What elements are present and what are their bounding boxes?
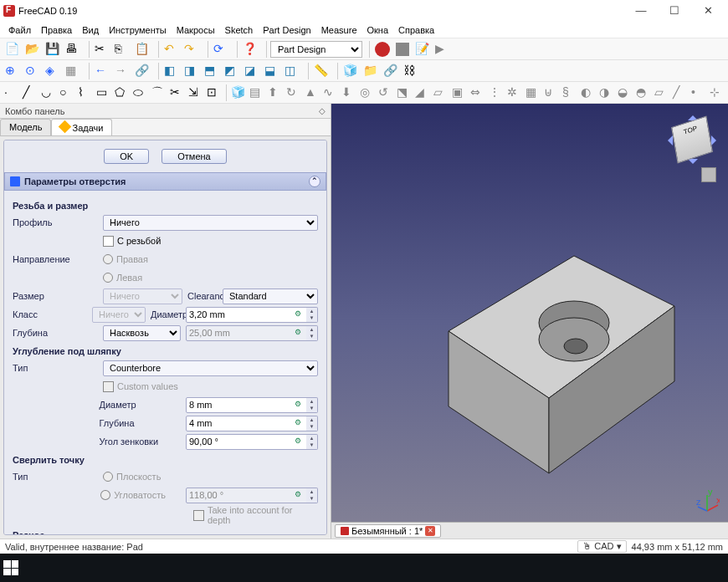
tab-tasks[interactable]: Задачи (51, 119, 112, 135)
pd-pocket-icon[interactable]: ⬇ (341, 84, 357, 102)
stop-macro-icon[interactable] (393, 40, 412, 59)
menu-view[interactable]: Вид (77, 25, 104, 35)
minimize-button[interactable]: — (624, 1, 658, 21)
maximize-button[interactable]: ☐ (658, 1, 691, 21)
pd-linear-icon[interactable]: ⋮ (488, 84, 505, 102)
fit-selection-icon[interactable]: ⊙ (23, 62, 42, 80)
navcube-right-icon[interactable] (711, 135, 721, 146)
cb-diam-spin[interactable]: ⚙▲▼ (186, 397, 318, 413)
run-macro-icon[interactable]: ▶ (433, 40, 452, 59)
3d-view[interactable]: TOP 1.3 ms / 8.2 fps x y (331, 104, 728, 539)
redo-icon[interactable]: ↷ (182, 40, 201, 59)
pd-polar-icon[interactable]: ✲ (506, 84, 523, 102)
construction-icon[interactable]: ⊡ (206, 84, 223, 102)
measure-icon[interactable]: 📏 (312, 62, 331, 80)
circle-icon[interactable]: ○ (59, 84, 75, 102)
pd-point-icon[interactable]: • (690, 84, 707, 102)
collapse-icon[interactable]: ⌃ (309, 176, 320, 187)
menu-file[interactable]: Файл (3, 25, 36, 35)
rear-view-icon[interactable]: ◪ (243, 62, 261, 80)
new-icon[interactable]: 📄 (3, 40, 22, 59)
polyline-icon[interactable]: ⌇ (77, 84, 94, 102)
section-header[interactable]: Параметры отверстия ⌃ (4, 172, 326, 191)
pd-line-icon[interactable]: ╱ (672, 84, 689, 102)
menu-windows[interactable]: Окна (362, 25, 394, 35)
menu-tools[interactable]: Инструменты (104, 25, 172, 35)
front-view-icon[interactable]: ◨ (182, 62, 201, 80)
pd-chamfer-icon[interactable]: ◢ (414, 84, 431, 102)
link-add-icon[interactable]: 🔗 (382, 62, 400, 80)
draw-style-icon[interactable]: ◈ (44, 62, 62, 80)
navcube-face[interactable]: TOP (671, 115, 713, 163)
part-icon[interactable]: 🧊 (341, 62, 360, 80)
paste-icon[interactable]: 📋 (133, 40, 151, 59)
clearance-select[interactable]: Standard (223, 288, 318, 304)
diameter-spin[interactable]: ⚙▲▼ (186, 307, 318, 323)
pd-bool-icon[interactable]: ⊎ (543, 84, 560, 102)
refresh-icon[interactable]: ⟳ (212, 40, 230, 59)
rect-icon[interactable]: ▭ (95, 84, 112, 102)
whatsthis-icon[interactable]: ❓ (241, 40, 259, 59)
pd-body-icon[interactable]: 🧊 (230, 84, 247, 102)
windows-start-icon[interactable] (3, 560, 18, 575)
point-icon[interactable]: · (3, 84, 20, 102)
doc-tab-1[interactable]: Безымянный : 1* ✕ (335, 524, 441, 538)
cut-icon[interactable]: ✂ (93, 40, 111, 59)
pd-sub3-icon[interactable]: ◒ (617, 84, 633, 102)
save-icon[interactable]: 💾 (44, 40, 62, 59)
pd-mirror-icon[interactable]: ⇔ (469, 84, 486, 102)
pd-fillet-icon[interactable]: ⬔ (396, 84, 413, 102)
doc-close-icon[interactable]: ✕ (425, 526, 435, 536)
trim-icon[interactable]: ✂ (169, 84, 186, 102)
bottom-view-icon[interactable]: ⬓ (263, 62, 281, 80)
depth-type-select[interactable]: Насквозь (103, 325, 181, 341)
top-view-icon[interactable]: ⬒ (203, 62, 221, 80)
thread-checkbox[interactable] (103, 236, 114, 247)
slot-icon[interactable]: ⬭ (132, 84, 149, 102)
fit-all-icon[interactable]: ⊕ (3, 62, 22, 80)
nav-fwd-icon[interactable]: → (113, 62, 131, 80)
pd-cs-icon[interactable]: ⊹ (709, 84, 725, 102)
left-view-icon[interactable]: ◫ (283, 62, 301, 80)
menu-edit[interactable]: Правка (36, 25, 77, 35)
pd-helix-icon[interactable]: § (561, 84, 578, 102)
iso-view-icon[interactable]: ◧ (162, 62, 181, 80)
external-icon[interactable]: ⇲ (187, 84, 204, 102)
open-icon[interactable]: 📂 (23, 40, 42, 59)
copy-icon[interactable]: ⎘ (113, 40, 131, 59)
nav-back-icon[interactable]: ← (93, 62, 111, 80)
menu-sketch[interactable]: Sketch (220, 25, 259, 35)
pd-rev-icon[interactable]: ↻ (285, 84, 302, 102)
pd-plane-icon[interactable]: ▱ (654, 84, 670, 102)
tab-model[interactable]: Модель (0, 119, 51, 135)
right-view-icon[interactable]: ◩ (223, 62, 241, 80)
workbench-select[interactable]: Part Design (270, 41, 362, 58)
pd-pad-icon[interactable]: ⬆ (267, 84, 284, 102)
print-icon[interactable]: 🖶 (64, 40, 82, 59)
pd-sub2-icon[interactable]: ◑ (598, 84, 615, 102)
cancel-button[interactable]: Отмена (161, 149, 226, 164)
menu-help[interactable]: Справка (393, 25, 439, 35)
arc-icon[interactable]: ◡ (40, 84, 57, 102)
pd-sweep-icon[interactable]: ∿ (322, 84, 339, 102)
close-button[interactable]: ✕ (691, 1, 725, 21)
pd-groove-icon[interactable]: ↺ (377, 84, 394, 102)
record-macro-icon[interactable] (373, 40, 392, 59)
pd-multi-icon[interactable]: ▦ (525, 84, 541, 102)
pd-sketch-icon[interactable]: ▤ (249, 84, 265, 102)
menu-measure[interactable]: Measure (316, 25, 362, 35)
pd-sub4-icon[interactable]: ◓ (635, 84, 652, 102)
fillet-icon[interactable]: ⌒ (151, 84, 167, 102)
pd-thick-icon[interactable]: ▣ (451, 84, 468, 102)
ok-button[interactable]: OK (104, 149, 149, 164)
navcube-left-icon[interactable] (663, 135, 673, 146)
cb-depth-spin[interactable]: ⚙▲▼ (186, 416, 318, 431)
nav-cube[interactable]: TOP (663, 110, 721, 169)
bounding-box-icon[interactable]: ▦ (64, 62, 82, 80)
navcube-mini-icon[interactable] (701, 167, 716, 182)
undo-icon[interactable]: ↶ (162, 40, 181, 59)
cs-angle-spin[interactable]: ⚙▲▼ (186, 434, 318, 450)
line-icon[interactable]: ╱ (22, 84, 38, 102)
profile-select[interactable]: Ничего (103, 215, 318, 231)
polygon-icon[interactable]: ⬠ (114, 84, 131, 102)
